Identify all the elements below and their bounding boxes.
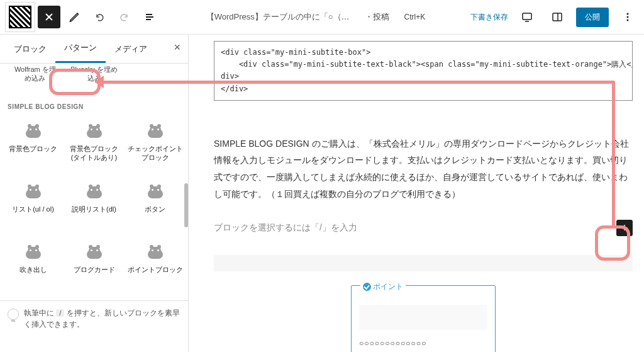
svg-point-5 — [627, 20, 629, 21]
edit-icon[interactable] — [63, 6, 86, 28]
embed-wolfram[interactable]: Wolfram を埋 め込み — [8, 65, 63, 83]
block-list[interactable]: リスト(ul / ol) — [4, 178, 62, 236]
tip-bar: 執筆中に / を押すと、新しいブロックを素早く挿入できます。 — [0, 300, 188, 337]
block-button[interactable]: ボタン — [126, 178, 184, 236]
svg-point-3 — [627, 13, 629, 15]
publish-button[interactable]: 公開 — [576, 8, 609, 27]
block-bg-color-title[interactable]: 背景色ブロック(タイトルあり) — [65, 118, 123, 176]
more-options-icon[interactable] — [616, 6, 639, 28]
empty-paragraph-row: ブロックを選択するには「/」を入力 + — [214, 220, 633, 236]
point-inner-placeholder[interactable] — [359, 305, 487, 330]
block-placeholder[interactable]: ブロックを選択するには「/」を入力 — [214, 222, 357, 234]
block-bg-color[interactable]: 背景色ブロック — [4, 118, 62, 176]
editor-canvas[interactable]: <div class="my-mini-subtite-box"> <div c… — [189, 35, 644, 352]
block-dl[interactable]: 説明リスト(dl) — [65, 178, 123, 236]
save-draft-button[interactable]: 下書き保存 — [470, 12, 508, 23]
add-block-button[interactable]: + — [616, 220, 633, 236]
block-point[interactable]: ポイントブロック — [126, 239, 184, 297]
document-outline-button[interactable] — [138, 6, 161, 28]
lightbulb-icon — [8, 309, 19, 320]
svg-rect-1 — [553, 13, 562, 21]
custom-html-block[interactable]: <div class="my-mini-subtite-box"> <div c… — [214, 41, 633, 101]
close-icon[interactable]: × — [174, 41, 180, 54]
document-type: ・投稿 — [365, 11, 389, 23]
point-body-text[interactable]: ○○○○○○○○○○○○○ — [359, 339, 487, 348]
site-icon[interactable] — [5, 2, 35, 32]
block-inserter-sidebar: ブロック パターン メディア × Wolfram を埋 め込み Bluesky … — [0, 35, 189, 352]
tip-text: 執筆中に / を押すと、新しいブロックを素早く挿入できます。 — [24, 307, 180, 331]
tab-patterns[interactable]: パターン — [55, 35, 106, 63]
svg-rect-0 — [523, 13, 531, 20]
document-title: 【WordPress】テーブルの中に「○（… — [206, 11, 350, 23]
document-title-area[interactable]: 【WordPress】テーブルの中に「○（… ・投稿 Ctrl+K — [164, 11, 468, 23]
blocks-grid: 背景色ブロック 背景色ブロック(タイトルあり) チェックポイントブロック リスト… — [0, 114, 188, 300]
section-title: SIMPLE BLOG DESIGN — [0, 88, 188, 114]
scrollbar-thumb[interactable] — [184, 183, 188, 227]
paragraph-block[interactable]: SIMPLE BLOG DESIGN のご購入は、「株式会社メリル」の専用ダウン… — [214, 135, 633, 202]
embed-row: Wolfram を埋 め込み Bluesky を埋め 込み — [0, 64, 188, 88]
block-balloon[interactable]: 吹き出し — [4, 239, 62, 297]
sidebar-toggle-icon[interactable] — [546, 6, 569, 28]
point-block[interactable]: ポイント ○○○○○○○○○○○○○ — [351, 285, 496, 352]
top-toolbar: 【WordPress】テーブルの中に「○（… ・投稿 Ctrl+K 下書き保存 … — [0, 0, 644, 35]
embed-bluesky[interactable]: Bluesky を埋め 込み — [67, 65, 122, 83]
undo-button[interactable] — [88, 6, 111, 28]
redo-button[interactable] — [113, 6, 136, 28]
tab-blocks[interactable]: ブロック — [5, 36, 55, 62]
check-icon — [363, 283, 371, 291]
preview-desktop-icon[interactable] — [516, 6, 538, 28]
tab-media[interactable]: メディア — [106, 36, 156, 62]
point-badge: ポイント — [360, 281, 406, 292]
inserter-tabs: ブロック パターン メディア × — [0, 35, 188, 64]
command-shortcut: Ctrl+K — [404, 13, 426, 21]
spacer-block[interactable] — [214, 255, 633, 271]
block-blogcard[interactable]: ブログカード — [65, 239, 123, 297]
block-checkpoint[interactable]: チェックポイントブロック — [126, 118, 184, 176]
close-inserter-button[interactable] — [38, 6, 60, 28]
svg-point-4 — [627, 16, 629, 18]
